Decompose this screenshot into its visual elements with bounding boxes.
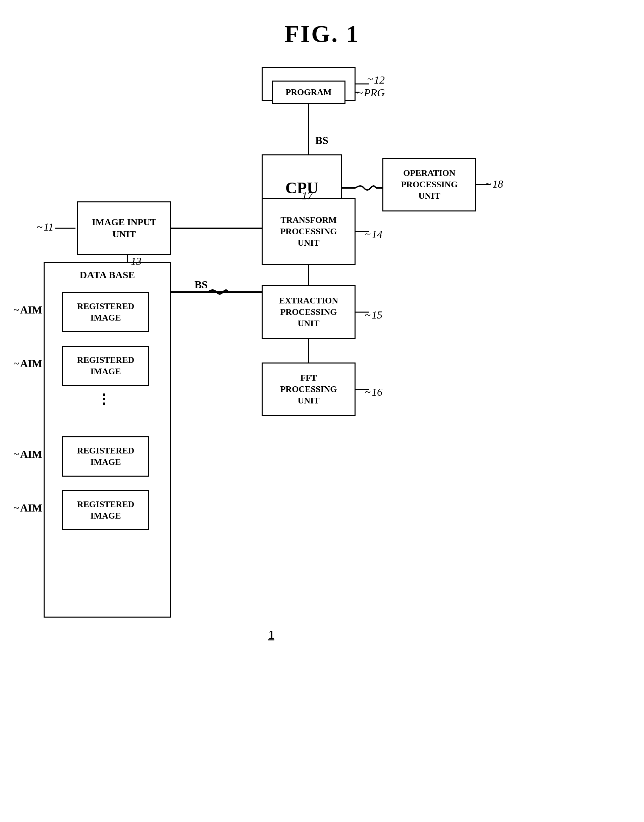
tilde-15: ~ <box>365 309 371 321</box>
aim-label-2: AIM <box>20 358 42 370</box>
ref-13: 13 <box>131 255 141 267</box>
aim-label-1: AIM <box>20 304 42 316</box>
aim-label-4: AIM <box>20 502 42 514</box>
ref-12: 12 <box>374 74 385 86</box>
ref-11: 11 <box>44 221 54 233</box>
reg-image-2: REGISTEREDIMAGE <box>62 346 149 386</box>
tilde-aim-4: ~ <box>14 502 19 514</box>
page-title: FIG. 1 <box>284 20 360 48</box>
tilde-12: ~ <box>367 73 373 86</box>
reg-image-4: REGISTEREDIMAGE <box>62 490 149 530</box>
tilde-prg: ~ <box>357 87 363 99</box>
tilde-aim-2: ~ <box>14 358 19 370</box>
tilde-16: ~ <box>365 386 371 398</box>
tilde-aim-3: ~ <box>14 448 19 461</box>
tilde-11: ~ <box>37 221 43 233</box>
extraction-box: EXTRACTIONPROCESSINGUNIT <box>262 285 356 339</box>
ref-16: 16 <box>372 386 382 398</box>
ref-17: 17 <box>302 190 313 202</box>
aim-label-3: AIM <box>20 448 42 461</box>
ref-15: 15 <box>372 309 382 321</box>
ref-18: 18 <box>492 178 503 190</box>
ref-1: 1 <box>268 628 274 642</box>
ref-prg: PRG <box>364 87 385 99</box>
operation-box: OPERATIONPROCESSINGUNIT <box>382 158 476 212</box>
tilde-aim-1: ~ <box>14 304 19 316</box>
ref-14: 14 <box>372 228 382 241</box>
reg-image-1: REGISTEREDIMAGE <box>62 292 149 332</box>
transform-box: TRANSFORMPROCESSINGUNIT <box>262 198 356 265</box>
program-box: PROGRAM <box>272 81 345 104</box>
fft-box: FFTPROCESSINGUNIT <box>262 363 356 416</box>
reg-image-3: REGISTEREDIMAGE <box>62 436 149 476</box>
tilde-18: ~ <box>486 178 491 190</box>
tilde-14: ~ <box>365 228 371 241</box>
image-input-box: IMAGE INPUTUNIT <box>77 201 171 255</box>
bs-left-label: BS <box>195 278 208 291</box>
bs-top-label: BS <box>315 134 328 147</box>
ellipsis-dots: ⋮ <box>97 391 113 407</box>
